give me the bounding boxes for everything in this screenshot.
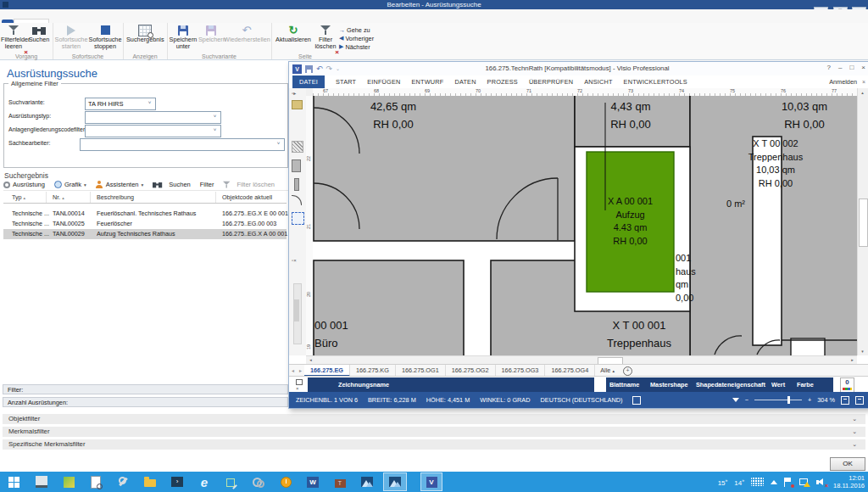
qat-customize-icon[interactable]: ⌄ — [336, 64, 340, 73]
taskbar-item-internet-explorer[interactable]: e — [193, 472, 215, 491]
previous-link[interactable]: ◀Vorheriger — [339, 34, 376, 42]
page-tab-kg[interactable]: 166.275.KG — [350, 365, 396, 377]
network-warning-icon[interactable] — [799, 478, 810, 487]
tab-start[interactable]: START — [336, 78, 356, 86]
page-tab-og2[interactable]: 166.275.OG2 — [446, 365, 496, 377]
scroll-up-button[interactable]: ▴ — [858, 88, 867, 97]
vertical-scrollbar[interactable]: ▴ ▾ — [857, 88, 868, 355]
zoom-slider-thumb[interactable] — [787, 396, 790, 404]
zoom-slider[interactable] — [754, 396, 802, 404]
minimize-button[interactable]: – — [838, 64, 842, 71]
filter-bar[interactable]: Filter: — [3, 384, 288, 394]
taskbar-item-clock-app[interactable] — [275, 472, 297, 491]
tab-einfuegen[interactable]: EINFÜGEN — [367, 78, 400, 86]
taskbar-item-app[interactable] — [58, 472, 80, 491]
status-height[interactable]: HÖHE: 4,451 M — [426, 396, 470, 404]
zoom-in-button[interactable]: + — [808, 396, 811, 404]
next-link[interactable]: ▶Nächster — [339, 42, 376, 51]
chevron-down-icon[interactable]: ⌄ — [852, 439, 857, 450]
status-width[interactable]: BREITE: 6,228 M — [368, 396, 416, 404]
zoom-level[interactable]: 304 % — [817, 396, 835, 404]
ausruestungstyp-combobox[interactable]: ˅ — [85, 111, 221, 124]
tray-indicator-14[interactable]: 14» — [734, 478, 744, 487]
tab-entwicklertools[interactable]: ENTWICKLERTOOLS — [624, 78, 687, 86]
suchvariante-combobox[interactable]: TA RH HIRS ˅ — [85, 98, 156, 110]
status-sheet[interactable]: ZEICHENBL. 1 VON 6 — [296, 396, 358, 404]
column-farbe[interactable]: Farbe — [797, 377, 814, 392]
combo-arrow-icon[interactable]: ˅ — [145, 98, 154, 108]
anlagengliederungscode-combobox[interactable]: ˅ — [85, 125, 221, 137]
taskbar-item-explorer[interactable] — [139, 472, 161, 491]
save-button[interactable]: Speichern — [198, 24, 224, 54]
new-page-button[interactable]: + — [623, 366, 632, 376]
toolbar-filter-button[interactable]: Filter — [200, 181, 214, 188]
tab-daten[interactable]: DATEN — [454, 78, 476, 86]
restore-button[interactable]: ↶ Wiederherstellen — [224, 24, 270, 54]
graphic-dropdown-button[interactable]: Grafik▾ — [54, 181, 86, 188]
zoom-out-button[interactable]: − — [745, 396, 748, 404]
scroll-left-button[interactable]: ◂ — [306, 356, 315, 364]
start-button[interactable] — [2, 472, 25, 491]
clear-filter-button[interactable]: × Filter löschen — [314, 24, 337, 54]
column-objektcode[interactable]: Objektcode aktuell — [222, 192, 272, 203]
help-button[interactable]: ? — [827, 64, 831, 71]
taskbar-item-remote-tools[interactable] — [220, 472, 242, 491]
tab-ansicht[interactable]: ANSICHT — [584, 78, 612, 86]
selected-master-shape[interactable] — [292, 212, 304, 225]
scroll-down-button[interactable]: ▾ — [858, 347, 867, 355]
page-tab-eg[interactable]: 166.275.EG — [304, 365, 350, 377]
taskbar-clock[interactable]: 12:01 18.11.2016 — [833, 474, 865, 489]
tab-datei[interactable]: DATEI — [292, 75, 325, 88]
taskbar-item-toolbox[interactable]: T — [329, 472, 351, 491]
chevron-down-icon[interactable]: ⌄ — [852, 414, 857, 424]
column-nr[interactable]: Nr.▴ — [53, 192, 64, 204]
taskbar-item-settings[interactable] — [112, 472, 134, 491]
column-zeichnungsname[interactable]: Zeichnungsname — [338, 377, 389, 392]
tray-indicator-15[interactable]: 15» — [718, 478, 728, 487]
full-screen-icon[interactable] — [855, 396, 864, 405]
room-master-shape[interactable] — [292, 159, 301, 172]
taskbar-item-services[interactable] — [248, 472, 270, 491]
instant-search-stop-button[interactable]: Sofortsuche stoppen — [88, 24, 122, 54]
page-tab-scroll-right-icon[interactable]: ▸ — [297, 365, 304, 377]
page-tab-scroll-left-icon[interactable]: ◂ — [289, 365, 297, 377]
equipment-button[interactable]: Ausrüstung — [3, 181, 45, 188]
sachbearbeiter-combobox[interactable]: ˅ — [80, 138, 285, 151]
taskbar-item-word[interactable]: W — [302, 472, 324, 491]
search-button[interactable]: Suchen — [27, 24, 51, 54]
close-button[interactable]: × — [861, 64, 865, 71]
page-tab-og4[interactable]: 166.275.OG4 — [545, 365, 595, 377]
instant-search-start-button[interactable]: Sofortsuche starten — [54, 24, 88, 54]
maximize-button[interactable]: □ — [849, 64, 854, 71]
keyboard-icon[interactable] — [751, 478, 764, 486]
page-tab-og1[interactable]: 166.275.OG1 — [396, 365, 446, 377]
wall-master-shape[interactable] — [292, 141, 303, 153]
tab-ueberpruefen[interactable]: ÜBERPRÜFEN — [529, 78, 573, 86]
column-mastershape[interactable]: Mastershape — [650, 377, 688, 392]
nav-titlebar[interactable]: Bearbeiten - Ausrüstungssuche – □ × — [0, 0, 868, 9]
column-blattname[interactable]: Blattname — [609, 377, 639, 392]
redo-icon[interactable]: ↷ — [326, 64, 333, 73]
stencil-icon[interactable] — [292, 100, 303, 109]
shape-data-icon[interactable]: 0 — [840, 377, 854, 393]
column-shapedateneigenschaft[interactable]: Shapedateneigenschaft — [696, 377, 765, 392]
scroll-right-button[interactable]: ▸ — [848, 356, 857, 364]
fit-page-icon[interactable] — [841, 396, 849, 405]
undo-icon[interactable]: ↶ — [316, 64, 323, 73]
panel-scrollbar[interactable] — [293, 283, 302, 344]
fasttab-spezifische-merkmalsfilter[interactable]: Spezifische Merkmalsfilter ⌄ — [3, 439, 865, 450]
taskbar-item-viewer[interactable] — [85, 472, 107, 491]
fasttab-objektfilter[interactable]: Objektfilter ⌄ — [3, 414, 865, 424]
sign-in-link[interactable]: Anmelden — [829, 75, 857, 88]
taskbar-item-chart-app[interactable] — [356, 472, 378, 491]
clear-filter-fields-button[interactable]: × Filterfelder leeren — [1, 24, 26, 54]
taskbar-item-powershell[interactable]: › — [166, 472, 188, 491]
fasttab-merkmalsfilter[interactable]: Merkmalsfilter ⌄ — [3, 427, 865, 437]
column-wert[interactable]: Wert — [771, 377, 785, 392]
vertical-scrollbar-thumb[interactable] — [859, 198, 868, 247]
toolbar-clear-filter-button[interactable]: Filter löschen — [223, 180, 275, 190]
page-tab-og3[interactable]: 166.275.OG3 — [496, 365, 546, 377]
goto-link[interactable]: →Gehe zu — [339, 25, 376, 34]
presentation-mode-icon[interactable] — [732, 398, 739, 402]
assistants-dropdown-button[interactable]: Assistenten▾ — [96, 181, 144, 188]
